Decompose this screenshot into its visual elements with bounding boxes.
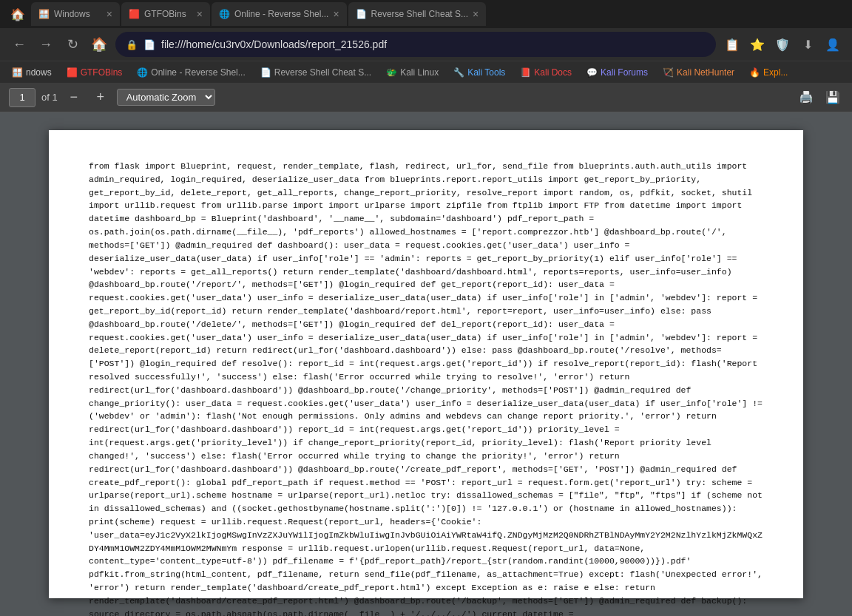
pdf-toolbar: of 1 − + Automatic Zoom 🖨️ 💾 xyxy=(0,83,852,112)
window-icon: 🏠 xyxy=(6,2,30,26)
tab-close-icon[interactable]: × xyxy=(106,8,112,20)
bookmark-label-6: Kali Docs xyxy=(534,67,572,78)
bookmark-label-1: GTFOBins xyxy=(81,67,123,78)
bookmark-item-7[interactable]: 💬Kali Forums xyxy=(581,66,654,79)
bookmark-label-5: Kali Tools xyxy=(467,67,505,78)
reload-button[interactable]: ↻ xyxy=(62,34,83,55)
bookmark-favicon-6: 📕 xyxy=(520,67,531,78)
pdf-container[interactable]: from flask import Blueprint, request, re… xyxy=(0,112,852,616)
bookmark-favicon-4: 🐲 xyxy=(386,67,397,78)
bookmark-item-3[interactable]: 📄Reverse Shell Cheat S... xyxy=(254,66,377,79)
bookmark-item-0[interactable]: 🪟ndows xyxy=(6,66,58,79)
bookmark-label-2: Online - Reverse Shel... xyxy=(151,67,245,78)
zoom-out-button[interactable]: − xyxy=(64,87,84,108)
bookmark-favicon-0: 🪟 xyxy=(12,67,23,78)
bookmark-item-8[interactable]: 🏹Kali NetHunter xyxy=(657,66,740,79)
tab-title: Windows xyxy=(54,9,102,19)
bookmark-favicon-3: 📄 xyxy=(260,67,271,78)
download-icon[interactable]: ⬇ xyxy=(797,34,818,55)
tab-bar: 🏠 🪟Windows×🟥GTFOBins×🌐Online - Reverse S… xyxy=(0,0,852,28)
tab-title: Reverse Shell Cheat S... xyxy=(371,9,468,19)
bookmark-label-9: Expl... xyxy=(763,67,788,78)
bookmark-item-4[interactable]: 🐲Kali Linux xyxy=(380,66,444,79)
bookmark-favicon-5: 🔧 xyxy=(453,67,464,78)
bookmark-label-7: Kali Forums xyxy=(601,67,648,78)
page-separator: of 1 xyxy=(41,92,58,103)
bookmark-label-3: Reverse Shell Cheat S... xyxy=(274,67,371,78)
page-number-input[interactable] xyxy=(9,88,36,107)
lock-icon: 🔒 xyxy=(126,39,138,50)
bookmark-item-2[interactable]: 🌐Online - Reverse Shel... xyxy=(131,66,251,79)
profile-icon[interactable]: 👤 xyxy=(822,34,843,55)
zoom-in-button[interactable]: + xyxy=(90,87,111,108)
tab-favicon: 🟥 xyxy=(129,9,140,19)
bookmark-label-0: ndows xyxy=(26,67,52,78)
url-text: file:///home/cu3rv0x/Downloads/report_21… xyxy=(161,38,706,50)
bookmarks-bar: 🪟ndows🟥GTFOBins🌐Online - Reverse Shel...… xyxy=(0,61,852,83)
bookmark-item-1[interactable]: 🟥GTFOBins xyxy=(61,66,129,79)
shield-icon[interactable]: 🛡️ xyxy=(772,34,793,55)
tab-tab-revshell-cheat[interactable]: 📄Reverse Shell Cheat S...× xyxy=(348,2,487,26)
home-button[interactable]: 🏠 xyxy=(89,34,109,55)
bookmark-favicon-2: 🌐 xyxy=(137,67,148,78)
zoom-select[interactable]: Automatic Zoom xyxy=(117,89,215,106)
pdf-page: from flask import Blueprint, request, re… xyxy=(49,130,803,598)
tab-close-icon[interactable]: × xyxy=(197,8,203,20)
bookmark-favicon-7: 💬 xyxy=(586,67,598,78)
bookmark-favicon-8: 🏹 xyxy=(663,67,674,78)
browser-chrome: 🏠 🪟Windows×🟥GTFOBins×🌐Online - Reverse S… xyxy=(0,0,852,112)
browser-actions: 📋 ⭐ 🛡️ ⬇ 👤 xyxy=(722,34,843,55)
tabs-container: 🪟Windows×🟥GTFOBins×🌐Online - Reverse She… xyxy=(31,2,846,26)
page-icon: 📄 xyxy=(143,39,155,50)
address-bar: ← → ↻ 🏠 🔒 📄 file:///home/cu3rv0x/Downloa… xyxy=(0,28,852,61)
bookmark-favicon-1: 🟥 xyxy=(67,67,78,78)
tab-title: GTFOBins xyxy=(144,9,192,19)
tab-close-icon[interactable]: × xyxy=(333,8,339,20)
bookmark-favicon-9: 🔥 xyxy=(749,67,760,78)
tab-title: Online - Reverse Shel... xyxy=(234,9,328,19)
tab-favicon: 🌐 xyxy=(219,9,230,19)
bookmark-item-9[interactable]: 🔥Expl... xyxy=(743,66,794,79)
pdf-main-text: from flask import Blueprint, request, re… xyxy=(89,161,763,616)
tab-tab-gtfobins[interactable]: 🟥GTFOBins× xyxy=(121,2,210,26)
bookmark-item-6[interactable]: 📕Kali Docs xyxy=(514,66,578,79)
print-button[interactable]: 🖨️ xyxy=(796,87,816,108)
tab-tab-windows[interactable]: 🪟Windows× xyxy=(31,2,120,26)
tab-favicon: 🪟 xyxy=(38,9,50,19)
bookmark-label-8: Kali NetHunter xyxy=(677,67,734,78)
bookmark-star-icon[interactable]: ⭐ xyxy=(747,34,768,55)
tab-close-icon[interactable]: × xyxy=(473,8,479,20)
save-button[interactable]: 💾 xyxy=(822,87,843,108)
back-button[interactable]: ← xyxy=(9,34,30,55)
tab-tab-online-revshell[interactable]: 🌐Online - Reverse Shel...× xyxy=(212,2,347,26)
url-bar[interactable]: 🔒 📄 file:///home/cu3rv0x/Downloads/repor… xyxy=(115,32,716,57)
forward-button[interactable]: → xyxy=(36,34,56,55)
tab-favicon: 📄 xyxy=(356,9,367,19)
bookmark-item-5[interactable]: 🔧Kali Tools xyxy=(447,66,511,79)
clipboard-icon[interactable]: 📋 xyxy=(722,34,743,55)
bookmark-label-4: Kali Linux xyxy=(400,67,439,78)
